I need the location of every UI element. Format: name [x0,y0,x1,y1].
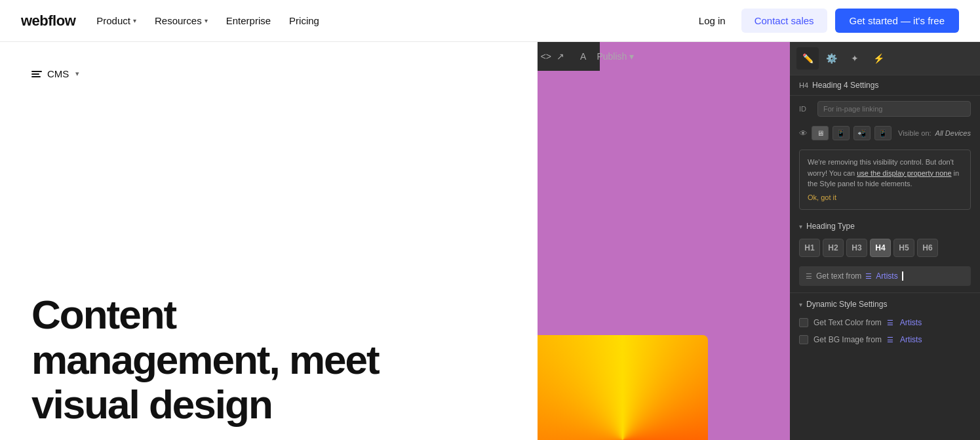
desktop-device-button[interactable]: 🖥 [812,126,829,140]
left-panel: CMS ▾ Content management, meet visual de… [0,42,538,440]
publish-button[interactable]: Publish ▾ [591,49,639,64]
h6-button[interactable]: H6 [917,239,938,257]
visible-on-value: All Devices [935,129,971,137]
cursor-indicator [902,271,903,281]
interactions-button[interactable]: ✦ [844,47,866,70]
warning-box: We're removing this visibility control. … [799,150,971,210]
id-input[interactable] [817,101,971,117]
text-color-cms-icon: ☰ [887,319,893,327]
canvas-gradient [538,335,708,440]
cms-icon-small: ☰ [865,272,872,281]
eye-icon: 👁 [799,129,808,138]
panel-toolbar: ✏️ ⚙️ ✦ ⚡ [790,42,980,75]
get-text-from-row[interactable]: ☰ Get text from ☰ Artists [799,266,971,286]
h3-button[interactable]: H3 [846,239,867,257]
heading-type-header[interactable]: ▾ Heading Type [790,215,980,236]
lightning-button[interactable]: ⚡ [867,47,890,70]
cms-stack-icon [31,71,42,77]
h4-button[interactable]: H4 [870,239,891,257]
bg-image-artists: Artists [900,335,922,344]
nav-enterprise[interactable]: Enterprise [226,15,271,26]
login-button[interactable]: Log in [691,10,734,31]
canvas-content [538,71,790,440]
bg-image-checkbox[interactable] [799,335,808,344]
resources-chevron-icon: ▾ [205,17,208,24]
settings-panel-button[interactable]: ⚙️ [820,47,842,70]
cms-selector[interactable]: CMS ▾ [31,68,506,79]
main-content: CMS ▾ Content management, meet visual de… [0,42,980,440]
h5-button[interactable]: H5 [893,239,914,257]
text-color-checkbox[interactable] [799,318,808,327]
mobile-device-button[interactable]: 📱 [874,126,892,140]
get-started-button[interactable]: Get started — it's free [835,9,959,33]
get-text-label: Get text from [816,271,861,281]
tablet-small-device-button[interactable]: 📲 [853,126,871,140]
hero-text: Content management, meet visual design [31,292,506,440]
tablet-device-button[interactable]: 📱 [833,126,850,140]
code-button[interactable]: <> [541,47,551,66]
dynamic-collapse-icon: ▾ [799,301,802,308]
artists-label: Artists [876,271,897,281]
heading-type-row: H1 H2 H3 H4 H5 H6 [790,236,980,264]
dynamic-style-header[interactable]: ▾ Dynamic Style Settings [790,292,980,314]
product-chevron-icon: ▾ [133,17,136,24]
settings-panel: ✏️ ⚙️ ✦ ⚡ H4 Heading 4 Settings ID 👁 🖥 📱… [790,42,980,440]
style-panel-button[interactable]: ✏️ [796,47,819,70]
warning-ok-button[interactable]: Ok, got it [808,192,962,203]
text-color-artists: Artists [900,318,922,327]
cms-chevron-icon: ▾ [75,70,79,78]
visible-on-label: Visible on: [898,129,931,137]
type-button[interactable]: A [580,47,586,66]
bg-image-label: Get BG Image from [813,335,882,344]
h2-button[interactable]: H2 [823,239,844,257]
id-label: ID [799,105,812,113]
id-field-row: ID [790,96,980,122]
nav-resources[interactable]: Resources ▾ [155,15,208,26]
navbar: webflow Product ▾ Resources ▾ Enterprise… [0,0,980,42]
heading-settings-header: H4 Heading 4 Settings [790,75,980,96]
canvas-area: ↩ ↪ 💬 <> ↗ A Publish ▾ [538,42,790,440]
collapse-icon: ▾ [799,223,802,230]
hero-heading: Content management, meet visual design [31,292,506,427]
get-text-icon: ☰ [806,272,812,281]
export-button[interactable]: ↗ [557,47,564,66]
get-bg-image-row: Get BG Image from ☰ Artists [790,331,980,348]
contact-sales-button[interactable]: Contact sales [741,9,827,33]
publish-chevron-icon: ▾ [629,51,634,62]
logo[interactable]: webflow [21,12,75,30]
text-color-label: Get Text Color from [813,318,882,327]
visibility-row: 👁 🖥 📱 📲 📱 Visible on: All Devices [790,122,980,144]
cms-label: CMS [47,68,69,79]
warning-link[interactable]: use the display property none [857,169,951,177]
right-panel: ↩ ↪ 💬 <> ↗ A Publish ▾ ✏️ ⚙ [538,42,980,440]
bg-image-cms-icon: ☰ [887,336,893,344]
nav-right: Log in Contact sales Get started — it's … [691,9,959,33]
heading-settings-icon: H4 [799,81,808,89]
nav-product[interactable]: Product ▾ [96,15,136,26]
nav-links: Product ▾ Resources ▾ Enterprise Pricing [96,15,319,26]
h1-button[interactable]: H1 [799,239,820,257]
editor-toolbar: ↩ ↪ 💬 <> ↗ A Publish ▾ [538,42,600,71]
nav-pricing[interactable]: Pricing [289,15,319,26]
get-text-color-row: Get Text Color from ☰ Artists [790,314,980,331]
